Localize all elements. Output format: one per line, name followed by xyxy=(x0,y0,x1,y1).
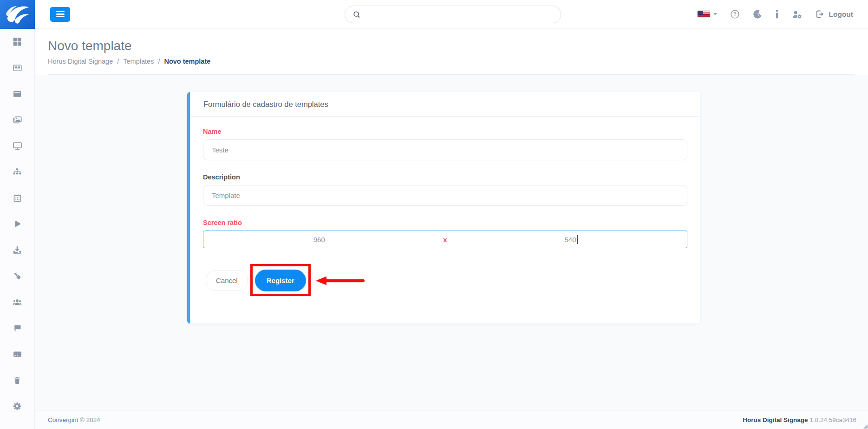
register-button[interactable]: Register xyxy=(255,270,306,291)
ratio-width-input[interactable]: 960 xyxy=(203,231,435,248)
ratio-height-input[interactable]: 540 xyxy=(456,231,687,248)
breadcrumb-link-root[interactable]: Horus Digital Signage xyxy=(48,58,113,65)
monitor-icon xyxy=(13,141,22,151)
app-logo[interactable] xyxy=(0,0,35,29)
play-icon xyxy=(13,219,21,229)
key-icon xyxy=(13,271,22,281)
user-settings-button[interactable] xyxy=(792,10,803,19)
sidebar-item-settings[interactable] xyxy=(0,393,34,419)
card-accent-stripe xyxy=(187,92,190,323)
breadcrumb-link-templates[interactable]: Templates xyxy=(123,58,154,65)
card-icon xyxy=(13,350,22,359)
sidebar-item-window[interactable] xyxy=(0,81,34,107)
search-icon xyxy=(352,10,361,19)
window-icon xyxy=(13,89,22,99)
sidebar-item-screens[interactable] xyxy=(0,133,34,159)
sitemap-icon xyxy=(13,167,22,177)
sidebar-item-schedule[interactable] xyxy=(0,185,34,211)
search-input[interactable] xyxy=(366,6,561,23)
footer: Convergint © 2024 Horus Digital Signage … xyxy=(35,410,868,429)
footer-brand-link[interactable]: Convergint xyxy=(48,416,78,423)
resize-handle[interactable] xyxy=(863,424,868,429)
dashboard-grid-icon xyxy=(13,37,22,46)
topbar-actions: ? xyxy=(698,9,868,19)
cancel-button[interactable]: Cancel xyxy=(206,270,248,291)
dark-mode-button[interactable] xyxy=(753,9,762,19)
language-selector-button[interactable] xyxy=(698,11,717,18)
description-input[interactable] xyxy=(203,185,687,206)
info-button[interactable] xyxy=(775,10,779,19)
screen-ratio-field: Screen ratio 960 x 540 xyxy=(203,219,687,248)
help-button[interactable]: ? xyxy=(730,9,740,19)
card-title: Formulário de cadastro de templates xyxy=(187,92,700,117)
sidebar-item-downloads[interactable] xyxy=(0,237,34,263)
breadcrumb-separator: / xyxy=(117,58,119,65)
users-icon xyxy=(12,297,22,307)
eagle-icon xyxy=(3,3,32,26)
sidebar xyxy=(0,29,35,429)
screen-ratio-box: 960 x 540 xyxy=(203,231,687,248)
calendar-icon xyxy=(13,193,22,203)
description-label: Description xyxy=(203,173,687,181)
name-label: Name xyxy=(203,128,687,135)
screen-ratio-label: Screen ratio xyxy=(203,219,687,226)
download-icon xyxy=(13,245,22,255)
footer-left: Convergint © 2024 xyxy=(48,416,100,423)
user-gear-icon xyxy=(792,10,803,19)
breadcrumb: Horus Digital Signage / Templates / Novo… xyxy=(48,58,855,65)
logout-button[interactable]: Logout xyxy=(816,10,853,19)
content-area: Formulário de cadastro de templates Name… xyxy=(35,75,868,410)
footer-app-name: Horus Digital Signage xyxy=(743,416,808,423)
sidebar-item-media[interactable] xyxy=(0,107,34,133)
sidebar-item-users[interactable] xyxy=(0,289,34,315)
sidebar-item-news[interactable] xyxy=(0,55,34,81)
caret-down-icon xyxy=(713,13,717,15)
annotation-arrow-icon xyxy=(316,275,365,286)
trash-icon xyxy=(13,376,21,385)
help-circle-icon: ? xyxy=(730,9,740,19)
hamburger-icon xyxy=(56,11,65,13)
topbar: ? xyxy=(0,0,868,29)
template-form-card: Formulário de cadastro de templates Name… xyxy=(187,92,700,323)
footer-version: 1.8.24 59ca3416 xyxy=(809,416,856,423)
card-body: Name Description Screen ratio 960 x 540 xyxy=(187,117,700,291)
sidebar-item-dashboard[interactable] xyxy=(0,29,34,55)
register-wrap: Register xyxy=(255,270,306,291)
images-icon xyxy=(13,115,22,125)
footer-copyright: © 2024 xyxy=(80,416,100,423)
sidebar-item-sitemap[interactable] xyxy=(0,159,34,185)
gear-icon xyxy=(13,402,22,411)
sidebar-item-flags[interactable] xyxy=(0,315,34,341)
menu-toggle-button[interactable] xyxy=(50,7,70,22)
page-title: Novo template xyxy=(48,39,855,53)
sidebar-item-trash[interactable] xyxy=(0,367,34,393)
footer-right: Horus Digital Signage 1.8.24 59ca3416 xyxy=(743,416,856,423)
ratio-separator-x: x xyxy=(435,231,456,248)
name-input[interactable] xyxy=(203,139,687,160)
logout-icon xyxy=(816,10,824,19)
us-flag-icon xyxy=(698,11,710,18)
description-field: Description xyxy=(203,173,687,206)
newspaper-icon xyxy=(13,63,22,73)
flag-icon xyxy=(13,323,22,333)
breadcrumb-current: Novo template xyxy=(164,58,210,65)
sidebar-item-play[interactable] xyxy=(0,211,34,237)
sidebar-item-keys[interactable] xyxy=(0,263,34,289)
page-header: Novo template Horus Digital Signage / Te… xyxy=(35,29,868,75)
moon-icon xyxy=(753,9,762,19)
svg-text:?: ? xyxy=(734,11,737,17)
form-actions: Cancel Register xyxy=(203,270,687,291)
sidebar-item-cards[interactable] xyxy=(0,341,34,367)
text-cursor xyxy=(577,235,578,244)
name-field: Name xyxy=(203,128,687,160)
logout-label: Logout xyxy=(829,10,853,19)
main-content: Novo template Horus Digital Signage / Te… xyxy=(35,29,868,429)
info-icon xyxy=(775,10,779,19)
search-bar xyxy=(345,6,561,23)
breadcrumb-separator: / xyxy=(158,58,160,65)
